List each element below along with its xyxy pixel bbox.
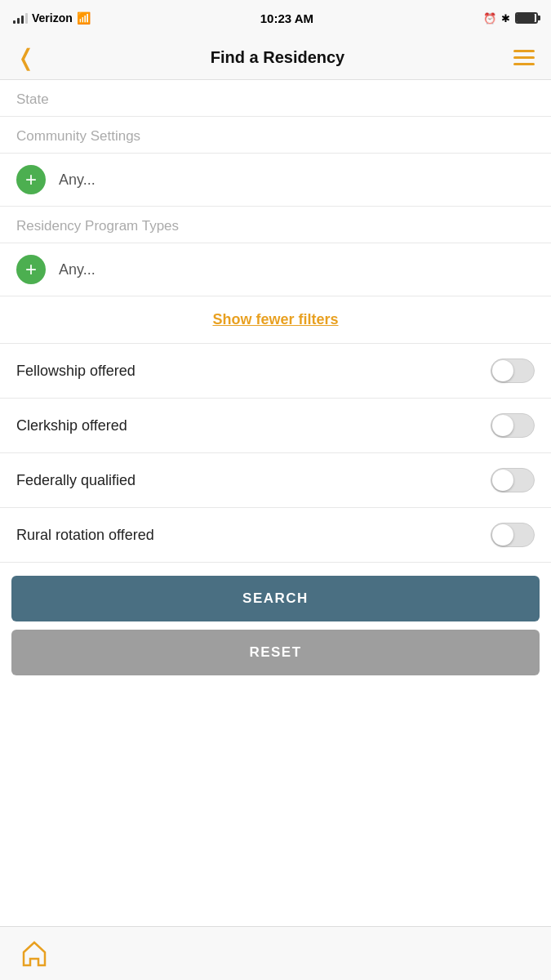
reset-button[interactable]: RESET (11, 630, 540, 675)
menu-button[interactable] (513, 50, 535, 65)
community-settings-label: Community Settings (0, 117, 551, 154)
federally-qualified-label: Federally qualified (16, 472, 136, 489)
search-button[interactable]: SEARCH (11, 576, 540, 621)
show-fewer-filters-section: Show fewer filters (0, 296, 551, 344)
nav-header: ❬ Find a Residency (0, 36, 551, 80)
toggle-knob-4 (492, 524, 513, 546)
plus-icon: + (25, 170, 37, 189)
toggle-knob (492, 360, 513, 381)
back-button[interactable]: ❬ (16, 43, 42, 73)
clerkship-offered-toggle[interactable] (491, 413, 535, 438)
menu-line-2 (513, 56, 535, 59)
federally-qualified-row: Federally qualified (0, 453, 551, 508)
rural-rotation-label: Rural rotation offered (16, 527, 154, 544)
status-bar: Verizon 📶 10:23 AM ⏰ ✱ (0, 0, 551, 36)
community-settings-add-button[interactable]: + (16, 165, 46, 194)
program-types-label: Residency Program Types (0, 207, 551, 243)
rural-rotation-toggle[interactable] (491, 523, 535, 547)
tab-bar (0, 926, 551, 980)
program-types-row: + Any... (0, 243, 551, 296)
time-label: 10:23 AM (260, 11, 313, 25)
menu-line-1 (513, 50, 535, 52)
clerkship-offered-row: Clerkship offered (0, 399, 551, 453)
alarm-icon: ⏰ (483, 12, 496, 24)
federally-qualified-toggle[interactable] (491, 468, 535, 492)
menu-line-3 (513, 63, 535, 65)
bluetooth-icon: ✱ (501, 12, 510, 24)
clerkship-offered-label: Clerkship offered (16, 417, 127, 434)
status-right: ⏰ ✱ (483, 12, 538, 24)
carrier-label: Verizon (32, 11, 73, 24)
battery-icon (515, 12, 538, 24)
toggle-knob-2 (492, 415, 513, 436)
rural-rotation-row: Rural rotation offered (0, 508, 551, 563)
program-types-add-button[interactable]: + (16, 255, 46, 284)
main-content: State Community Settings + Any... Reside… (0, 80, 551, 926)
fellowship-offered-label: Fellowship offered (16, 363, 136, 380)
signal-icon (13, 12, 28, 24)
wifi-icon: 📶 (77, 11, 91, 24)
state-section-label: State (0, 80, 551, 117)
fellowship-offered-toggle[interactable] (491, 359, 535, 383)
fellowship-offered-row: Fellowship offered (0, 344, 551, 399)
toggle-knob-3 (492, 470, 513, 491)
home-icon[interactable] (20, 939, 49, 969)
community-settings-value: Any... (59, 172, 96, 189)
show-fewer-filters-link[interactable]: Show fewer filters (212, 311, 338, 327)
page-title: Find a Residency (211, 48, 345, 67)
program-types-value: Any... (59, 261, 96, 278)
plus-icon-2: + (25, 260, 37, 279)
community-settings-row: + Any... (0, 154, 551, 207)
action-buttons: SEARCH RESET (0, 563, 551, 684)
status-left: Verizon 📶 (13, 11, 91, 24)
